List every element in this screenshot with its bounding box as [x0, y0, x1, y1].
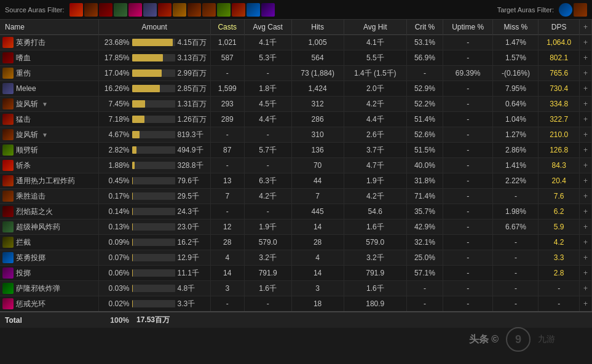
dropdown-arrow-icon[interactable]: ▼: [42, 101, 48, 108]
cell-casts: 293: [210, 97, 244, 112]
spell-icon: [2, 252, 14, 263]
damage-table: Name Amount Casts Avg Cast Hits Avg Hit …: [0, 20, 592, 328]
dropdown-arrow-icon[interactable]: ▼: [42, 132, 48, 138]
cell-casts: 14: [210, 266, 244, 281]
cell-hits: 445: [291, 204, 344, 220]
cell-add[interactable]: +: [579, 143, 591, 158]
source-icon-12[interactable]: [232, 3, 245, 17]
cell-add[interactable]: +: [579, 127, 591, 143]
amount-value: 23.0千: [178, 222, 205, 232]
cell-dps: 765.6: [539, 66, 580, 81]
cell-add[interactable]: +: [579, 266, 591, 281]
cell-uptime: -: [443, 35, 493, 50]
cell-avghit: 4.1千: [344, 35, 406, 50]
cell-hits: 44: [291, 173, 344, 189]
source-icon-13[interactable]: [247, 3, 260, 17]
amount-bar: [132, 162, 175, 169]
amount-pct: 0.13%: [103, 223, 130, 231]
source-icon-2[interactable]: [84, 3, 98, 17]
amount-bar: [132, 269, 175, 277]
cell-casts: 1,021: [210, 35, 244, 50]
amount-bar: [132, 100, 175, 108]
col-casts[interactable]: Casts: [210, 20, 244, 35]
cell-add[interactable]: +: [579, 250, 591, 266]
cell-add[interactable]: +: [579, 281, 591, 296]
cell-crit: 31.8%: [406, 173, 443, 189]
amount-pct: 2.82%: [103, 146, 130, 154]
cell-miss: -: [493, 266, 539, 281]
cell-uptime: -: [443, 158, 493, 173]
target-icon-1[interactable]: [559, 3, 572, 17]
cell-add[interactable]: +: [579, 204, 591, 220]
bar-fill: [132, 69, 162, 77]
spell-name: 猛击: [16, 114, 31, 125]
spell-icon: [2, 98, 14, 109]
damage-table-container: Name Amount Casts Avg Cast Hits Avg Hit …: [0, 20, 592, 328]
cell-hits: 7: [291, 189, 344, 204]
footer-label: Total: [0, 312, 98, 328]
target-icon-2[interactable]: [574, 3, 587, 17]
bar-fill: [132, 100, 145, 108]
cell-add[interactable]: +: [579, 112, 591, 127]
cell-add[interactable]: +: [579, 220, 591, 235]
cell-avgcast: 1.8千: [244, 81, 291, 97]
cell-casts: 13: [210, 173, 244, 189]
col-add[interactable]: +: [579, 20, 591, 35]
col-name: Name: [0, 20, 98, 35]
cell-amount: 0.14% 24.3千: [98, 204, 210, 220]
cell-avghit: 1.4千 (1.5千): [344, 66, 406, 81]
cell-avghit: 4.2千: [344, 97, 406, 112]
cell-amount: 0.03% 4.8千: [98, 281, 210, 296]
source-icon-7[interactable]: [158, 3, 172, 17]
cell-add[interactable]: +: [579, 35, 591, 50]
source-icon-4[interactable]: [114, 3, 127, 17]
source-icon-1[interactable]: [69, 3, 83, 17]
source-icon-6[interactable]: [143, 3, 157, 17]
table-row: 顺劈斩 2.82% 494.9千 875.7千1363.7千51.5%-2.86…: [0, 143, 592, 158]
cell-add[interactable]: +: [579, 50, 591, 66]
cell-add[interactable]: +: [579, 189, 591, 204]
source-icon-3[interactable]: [99, 3, 112, 17]
cell-avgcast: 791.9: [244, 266, 291, 281]
source-icon-10[interactable]: [202, 3, 216, 17]
spell-icon: [2, 37, 14, 48]
cell-name: 斩杀: [0, 158, 98, 173]
cell-add[interactable]: +: [579, 235, 591, 250]
source-icon-14[interactable]: [261, 3, 275, 17]
cell-name: 烈焰菇之火: [0, 204, 98, 220]
source-icon-11[interactable]: [217, 3, 231, 17]
bar-fill: [132, 239, 133, 246]
cell-crit: -: [406, 296, 443, 312]
cell-add[interactable]: +: [579, 66, 591, 81]
footer-amount: 17.53百万: [136, 315, 170, 325]
target-filter-label: Target Auras Filter:: [497, 6, 554, 14]
table-row: 萨隆邪铁炸弹 0.03% 4.8千 31.6千31.6千----+: [0, 281, 592, 296]
cell-add[interactable]: +: [579, 158, 591, 173]
source-icon-9[interactable]: [187, 3, 201, 17]
source-icon-5[interactable]: [128, 3, 142, 17]
cell-miss: 7.95%: [493, 81, 539, 97]
cell-add[interactable]: +: [579, 173, 591, 189]
cell-uptime: -: [443, 296, 493, 312]
spell-name: 旋风斩: [16, 130, 38, 140]
spell-name: 英勇打击: [16, 38, 45, 48]
cell-casts: 12: [210, 220, 244, 235]
cell-avgcast: 6.3千: [244, 173, 291, 189]
bar-fill: [132, 116, 144, 123]
cell-hits: 286: [291, 112, 344, 127]
cell-add[interactable]: +: [579, 81, 591, 97]
cell-dps: 730.4: [539, 81, 580, 97]
cell-miss: -(0.16%): [493, 66, 539, 81]
bar-fill: [132, 162, 135, 169]
cell-crit: 53.1%: [406, 35, 443, 50]
cell-add[interactable]: +: [579, 296, 591, 312]
cell-casts: 3: [210, 281, 244, 296]
cell-add[interactable]: +: [579, 97, 591, 112]
spell-icon: [2, 175, 14, 186]
source-icon-8[interactable]: [173, 3, 186, 17]
cell-avgcast: 1.6千: [244, 281, 291, 296]
amount-value: 11.1千: [178, 268, 205, 279]
spell-icon: [2, 267, 14, 279]
cell-crit: 52.2%: [406, 97, 443, 112]
amount-value: 4.8千: [178, 283, 205, 294]
